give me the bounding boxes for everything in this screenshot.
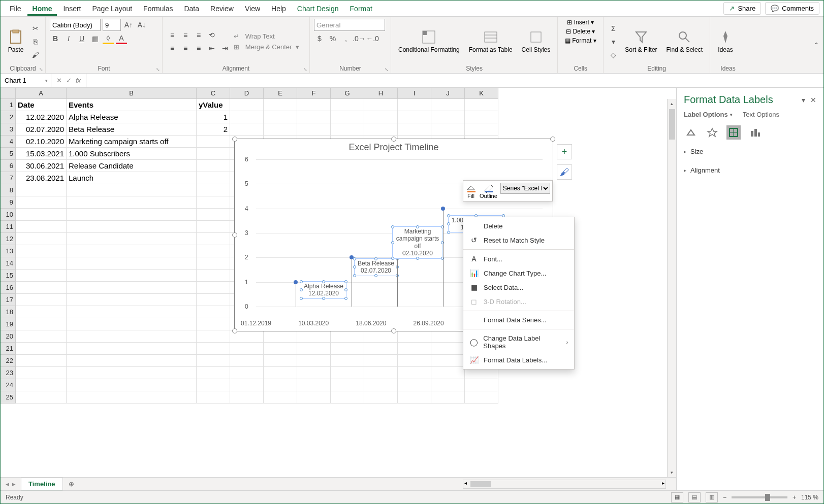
insert-cells-button[interactable]: ⊞ Insert ▾ [567,19,594,26]
wrap-text-button[interactable]: ↵ Wrap Text [234,32,299,40]
cell[interactable] [297,123,331,136]
share-button[interactable]: ↗Share [723,2,761,15]
cell[interactable] [16,209,67,221]
format-as-table-button[interactable]: Format as Table [466,28,516,54]
cell[interactable] [465,99,498,111]
cell[interactable] [431,367,465,379]
cell[interactable] [465,111,498,123]
panel-fill-icon[interactable] [684,125,698,140]
column-header[interactable]: A [16,88,67,99]
increase-font-button[interactable]: A↑ [123,19,134,30]
paste-button[interactable]: Paste [5,28,27,54]
zoom-slider[interactable] [732,496,787,498]
cell[interactable] [197,160,230,172]
cell[interactable] [431,379,465,391]
column-header[interactable]: C [197,88,230,99]
cell[interactable] [16,172,67,184]
font-size-input[interactable] [103,19,121,31]
row-header[interactable]: 20 [1,330,16,343]
panel-alignment-section[interactable]: Alignment [684,163,816,177]
decrease-font-button[interactable]: A↓ [136,19,147,30]
cell[interactable] [16,160,67,172]
cell[interactable] [364,367,398,379]
align-bottom-button[interactable]: ≡ [193,29,204,41]
cell[interactable] [197,245,230,257]
cell[interactable] [230,355,264,367]
cell[interactable] [431,123,465,136]
row-header[interactable]: 12 [1,233,16,245]
cell[interactable] [16,123,67,136]
row-header[interactable]: 6 [1,160,16,172]
sheet-prev-button[interactable]: ◂ [6,480,9,488]
cell[interactable] [16,136,67,148]
cell[interactable] [197,282,230,294]
row-header[interactable]: 25 [1,391,16,404]
format-painter-button[interactable]: 🖌 [30,49,41,60]
row-header[interactable]: 7 [1,172,16,184]
sort-filter-button[interactable]: Sort & Filter [622,28,660,54]
add-sheet-button[interactable]: ⊕ [66,479,77,490]
panel-text-options-tab[interactable]: Text Options [743,111,779,118]
comments-button[interactable]: 💬Comments [765,2,819,15]
cell[interactable] [67,136,197,148]
cell[interactable] [197,136,230,148]
cell[interactable] [16,111,67,123]
cell[interactable] [197,221,230,233]
row-header[interactable]: 18 [1,306,16,318]
italic-button[interactable]: I [63,33,74,44]
decrease-indent-button[interactable]: ⇤ [206,43,217,54]
cell[interactable] [398,330,431,343]
cell[interactable] [230,111,264,123]
cell[interactable] [67,245,197,257]
tab-data[interactable]: Data [179,2,204,16]
ctx-select-data[interactable]: ▦Select Data... [463,280,574,294]
cell[interactable] [16,221,67,233]
row-header[interactable]: 9 [1,196,16,209]
chart-data-label[interactable]: Beta Release02.07.2020 [354,258,398,276]
cell[interactable] [197,148,230,160]
cell[interactable] [16,245,67,257]
borders-button[interactable]: ▦ [89,33,101,44]
cell[interactable] [465,379,498,391]
cell[interactable] [197,343,230,355]
cell[interactable] [431,355,465,367]
cell[interactable] [398,343,431,355]
row-header[interactable]: 22 [1,355,16,367]
cell[interactable] [67,306,197,318]
cell[interactable] [16,99,67,111]
cell[interactable] [197,294,230,306]
cell[interactable] [67,355,197,367]
cell[interactable] [67,233,197,245]
cell[interactable] [67,111,197,123]
cell[interactable] [67,379,197,391]
mini-outline-button[interactable]: Outline [480,183,497,199]
merge-center-button[interactable]: ⊞ Merge & Center ▾ [234,43,299,51]
enter-formula-button[interactable]: ✓ [66,77,72,84]
panel-effects-icon[interactable] [705,125,719,140]
cell-styles-button[interactable]: Cell Styles [519,28,554,54]
cell[interactable] [197,391,230,404]
cell[interactable] [197,330,230,343]
cell[interactable] [331,367,364,379]
cell[interactable] [197,257,230,270]
cell[interactable] [16,355,67,367]
cell[interactable] [67,330,197,343]
cell[interactable] [197,306,230,318]
cell[interactable] [230,379,264,391]
cell[interactable] [67,257,197,270]
name-box[interactable]: Chart 1 [1,74,51,87]
accounting-button[interactable]: $ [314,33,325,44]
cell[interactable] [331,391,364,404]
cell[interactable] [230,99,264,111]
row-header[interactable]: 11 [1,221,16,233]
orientation-button[interactable]: ⟲ [206,29,217,41]
row-header[interactable]: 19 [1,318,16,330]
cancel-formula-button[interactable]: ✕ [56,77,62,84]
cell[interactable] [67,221,197,233]
cell[interactable] [67,184,197,196]
row-header[interactable]: 10 [1,209,16,221]
row-header[interactable]: 5 [1,148,16,160]
fill-color-button[interactable]: ◊ [103,33,114,44]
cell[interactable] [67,343,197,355]
row-header[interactable]: 13 [1,245,16,257]
